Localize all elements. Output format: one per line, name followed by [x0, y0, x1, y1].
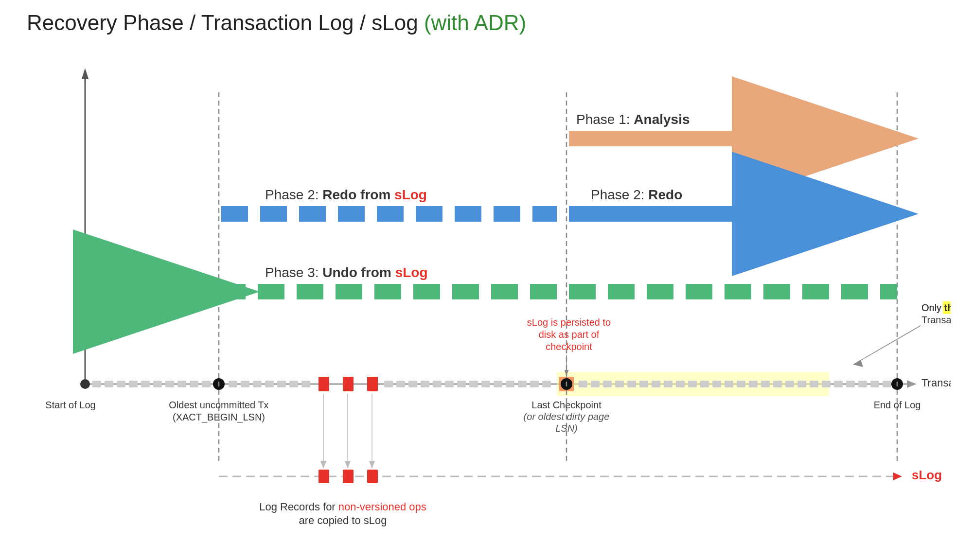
svg-rect-20: [301, 381, 310, 387]
svg-rect-10: [165, 381, 174, 387]
svg-rect-43: [615, 381, 624, 387]
title-part2: (with ADR): [424, 11, 526, 35]
svg-rect-33: [494, 381, 502, 387]
slog-red-3: [367, 470, 378, 483]
svg-rect-24: [384, 381, 393, 387]
oldest-tx-label: Oldest uncommitted Tx: [169, 400, 268, 410]
svg-rect-34: [506, 381, 514, 387]
svg-rect-41: [591, 381, 600, 387]
svg-rect-53: [737, 381, 745, 387]
page-container: Recovery Phase / Transaction Log / sLog …: [0, 0, 973, 560]
svg-rect-64: [870, 381, 879, 387]
are-copied-label: are copied to sLog: [299, 514, 387, 526]
svg-rect-32: [481, 381, 490, 387]
svg-rect-45: [639, 381, 648, 387]
svg-rect-58: [797, 381, 806, 387]
svg-rect-14: [229, 381, 237, 387]
this-portion-arrow: [853, 326, 920, 365]
svg-rect-36: [530, 381, 539, 387]
svg-rect-7: [129, 381, 138, 387]
phase2-redo-label: Phase 2: Redo: [591, 187, 682, 202]
phase3-label: Phase 3: Undo from sLog: [265, 265, 428, 280]
svg-rect-21: [318, 377, 329, 391]
start-of-log-label: Start of Log: [45, 400, 95, 410]
svg-rect-19: [289, 381, 298, 387]
last-checkpoint-label: Last Checkpoint: [531, 400, 601, 410]
svg-rect-12: [190, 381, 198, 387]
transaction-log-label: Transaction Log: [921, 377, 951, 389]
svg-marker-73: [893, 472, 902, 480]
svg-rect-18: [277, 381, 286, 387]
svg-rect-37: [542, 381, 551, 387]
slog-persisted-3: checkpoint: [546, 341, 592, 352]
slog-red-1: [318, 470, 329, 483]
svg-rect-31: [469, 381, 478, 387]
svg-rect-35: [518, 381, 527, 387]
oldest-dirty-label: (or oldest dirty page: [524, 411, 610, 422]
svg-rect-62: [846, 381, 855, 387]
svg-rect-59: [810, 381, 818, 387]
svg-rect-52: [725, 381, 733, 387]
svg-rect-51: [712, 381, 721, 387]
svg-rect-47: [664, 381, 672, 387]
svg-rect-56: [773, 381, 782, 387]
end-of-log-label: End of Log: [874, 400, 921, 410]
svg-rect-29: [445, 381, 454, 387]
diagram-svg: Transaction Log: [27, 53, 951, 540]
svg-rect-30: [457, 381, 466, 387]
svg-rect-54: [749, 381, 758, 387]
svg-rect-49: [688, 381, 697, 387]
svg-rect-48: [676, 381, 685, 387]
slog-axis-label: sLog: [912, 468, 942, 482]
svg-rect-11: [177, 381, 186, 387]
svg-rect-6: [117, 381, 125, 387]
this-portion-2: Transaction Log is scanned.: [921, 315, 951, 325]
svg-rect-28: [433, 381, 442, 387]
svg-rect-50: [700, 381, 709, 387]
svg-rect-26: [408, 381, 417, 387]
svg-rect-60: [822, 381, 831, 387]
svg-rect-65: [883, 381, 891, 387]
start-of-log-dot: [80, 379, 90, 389]
svg-rect-40: [579, 381, 587, 387]
log-records-label: Log Records for non-versioned ops: [259, 501, 426, 513]
svg-rect-5: [105, 381, 113, 387]
title-part1: Recovery Phase / Transaction Log / sLog: [27, 11, 424, 35]
svg-marker-3: [907, 380, 917, 388]
svg-rect-17: [265, 381, 274, 387]
svg-rect-4: [92, 381, 101, 387]
svg-rect-22: [343, 377, 354, 391]
slog-persisted-1: sLog is persisted to: [527, 317, 611, 328]
slog-red-2: [343, 470, 354, 483]
svg-rect-25: [396, 381, 405, 387]
page-title: Recovery Phase / Transaction Log / sLog …: [27, 11, 526, 35]
phase1-label: Phase 1: Analysis: [576, 112, 690, 127]
svg-rect-57: [785, 381, 794, 387]
svg-rect-9: [153, 381, 162, 387]
svg-rect-27: [421, 381, 429, 387]
svg-rect-63: [858, 381, 867, 387]
slog-persisted-2: disk as part of: [539, 329, 600, 340]
svg-rect-13: [202, 381, 211, 387]
svg-rect-15: [241, 381, 249, 387]
svg-rect-55: [761, 381, 770, 387]
this-portion-1b: Only this portion of the: [921, 302, 951, 313]
svg-rect-46: [652, 381, 660, 387]
svg-rect-8: [141, 381, 150, 387]
svg-rect-61: [834, 381, 843, 387]
svg-rect-42: [603, 381, 612, 387]
xact-begin-label: (XACT_BEGIN_LSN): [173, 412, 265, 423]
svg-rect-44: [627, 381, 636, 387]
phase2-slog-label: Phase 2: Redo from sLog: [265, 187, 427, 202]
svg-rect-23: [367, 377, 378, 391]
svg-marker-1: [82, 68, 88, 79]
svg-rect-16: [253, 381, 262, 387]
lsn-label: LSN): [555, 423, 578, 434]
